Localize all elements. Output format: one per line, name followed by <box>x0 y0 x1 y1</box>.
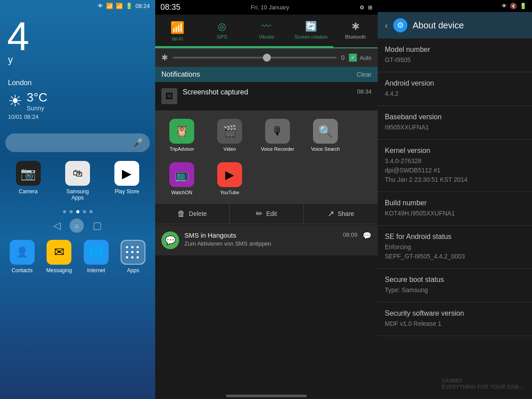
security-software-value: MDF v1.0 Release 1 <box>385 319 525 329</box>
back-nav-icon[interactable]: ◁ <box>53 220 61 231</box>
gps-toggle-icon: ◎ <box>218 21 226 32</box>
edit-button[interactable]: ✏ Edit <box>230 203 304 224</box>
battery-status-icon: 🔋 <box>520 3 527 9</box>
android-version-section: Android version 4.4.2 <box>378 72 532 106</box>
apps-icon <box>121 240 145 265</box>
apps-row-1: 📷 Camera 🛍 Samsung Apps ▶ Play Store <box>0 152 155 201</box>
share-button[interactable]: ↗ Share <box>304 203 378 224</box>
watchon-icon: 📺 <box>169 162 194 187</box>
condition-label: Sunny <box>27 105 47 112</box>
sms-content: SMS in Hangouts 08:09 Zum Aktivieren von… <box>184 231 357 247</box>
app-play-store[interactable]: ▶ Play Store <box>110 161 144 201</box>
messaging-icon: ✉ <box>47 240 71 265</box>
microphone-icon[interactable]: 🎤 <box>133 138 143 148</box>
se-android-label: SE for Android status <box>385 233 525 241</box>
recents-nav-icon[interactable]: ▢ <box>93 220 102 231</box>
scroll-indicator <box>226 395 307 397</box>
toggle-rotation[interactable]: 🔄 Screen rotation <box>289 15 333 47</box>
wifi-status-icon: 📶 <box>106 3 113 9</box>
info-list: Model number GT-I9505 Android version 4.… <box>378 39 532 336</box>
tripadvisor-label: TripAdvisor <box>169 146 194 152</box>
status-bar-1: 👁 📶 📶 🔋 08:24 <box>0 0 155 12</box>
grid-voice-search[interactable]: 🔍 Voice Search <box>303 115 348 155</box>
grid-video[interactable]: 🎬 Video <box>207 115 252 155</box>
eye-status-icon: 👁 <box>501 3 507 9</box>
model-number-section: Model number GT-I9505 <box>378 39 532 72</box>
toggle-gps[interactable]: ◎ GPS <box>200 15 244 47</box>
panel-homescreen: 👁 📶 📶 🔋 08:24 4 y London ☀ 3°C Sunny 10/… <box>0 0 155 399</box>
clear-button[interactable]: Clear <box>357 71 372 78</box>
panel-notifications: 08:35 Fri, 10 January ⚙ ⊞ 📶 Wi-Fi ◎ GPS … <box>155 0 378 399</box>
camera-app-label: Camera <box>19 188 38 195</box>
secure-boot-value: Type: Samsung <box>385 286 525 295</box>
play-store-label: Play Store <box>115 188 139 195</box>
video-label: Video <box>223 146 236 152</box>
brightness-thumb[interactable] <box>263 54 271 62</box>
weather-widget: London ☀ 3°C Sunny 10/01 08:24 <box>0 79 155 120</box>
delete-icon: 🗑 <box>177 209 185 219</box>
gps-toggle-label: GPS <box>217 34 227 39</box>
mute-status-icon: 🔇 <box>510 3 517 9</box>
model-number-value: GT-I9505 <box>385 55 525 65</box>
brightness-slider[interactable] <box>172 57 336 59</box>
settings-icon[interactable]: ⚙ <box>360 4 364 11</box>
sun-icon: ☀ <box>8 92 22 110</box>
status-bar-2: 08:35 Fri, 10 January ⚙ ⊞ <box>155 0 378 15</box>
sms-title: SMS in Hangouts <box>184 231 236 239</box>
vibrate-toggle-icon: 〰 <box>262 21 271 32</box>
status-bar-3: 👁 🔇 🔋 <box>378 0 532 12</box>
voice-search-icon: 🔍 <box>313 119 338 144</box>
dot-3-active <box>76 210 79 213</box>
contacts-icon: 👤 <box>10 240 35 265</box>
toggle-bluetooth[interactable]: ✱ Bluetooth <box>333 15 378 47</box>
grid-youtube[interactable]: ▶ YouTube <box>207 159 252 199</box>
dot-5 <box>90 210 93 213</box>
app-internet[interactable]: 🌐 Internet <box>82 240 110 274</box>
share-icon: ↗ <box>328 209 334 219</box>
temperature-label: 3°C <box>27 90 47 105</box>
about-device-title: About device <box>413 20 464 31</box>
app-messaging[interactable]: ✉ Messaging <box>45 240 74 274</box>
secure-boot-section: Secure boot status Type: Samsung <box>378 269 532 302</box>
kernel-version-label: Kernel version <box>385 147 525 155</box>
app-samsung-apps[interactable]: 🛍 Samsung Apps <box>61 161 94 201</box>
app-apps[interactable]: Apps <box>119 240 148 274</box>
auto-brightness[interactable]: ✓ Auto <box>349 54 372 62</box>
delete-label: Delete <box>189 210 207 217</box>
brightness-icon: ✱ <box>161 53 168 63</box>
app-contacts[interactable]: 👤 Contacts <box>8 240 36 274</box>
toggle-vibrate[interactable]: 〰 Vibrate <box>244 15 289 47</box>
vibrate-toggle-label: Vibrate <box>259 34 274 39</box>
kernel-version-section: Kernel version 3.4.0-276328 dpi@SWDB5112… <box>378 140 532 192</box>
grid-watchon[interactable]: 📺 WatchON <box>160 159 204 199</box>
app-camera[interactable]: 📷 Camera <box>12 161 45 201</box>
dot-2 <box>70 210 73 213</box>
grid-voice-recorder[interactable]: 🎙 Voice Recorder <box>255 115 300 155</box>
se-android-value: Enforcing SEPF_GT-I9505_4.4.2_0003 <box>385 243 525 261</box>
toggle-wifi[interactable]: 📶 Wi-Fi <box>155 15 200 47</box>
back-button[interactable]: ‹ <box>385 20 388 31</box>
auto-checkbox[interactable]: ✓ <box>349 54 357 62</box>
baseband-version-label: Baseband version <box>385 113 525 121</box>
baseband-version-value: I9505XXUFNA1 <box>385 123 525 132</box>
watchon-label: WatchON <box>171 190 192 195</box>
brightness-row: ✱ 0 ✓ Auto <box>155 48 378 67</box>
screenshot-notification[interactable]: 🖼 Screenshot captured 08:34 <box>155 82 378 111</box>
delete-button[interactable]: 🗑 Delete <box>155 203 230 224</box>
home-button[interactable]: ⌂ <box>70 219 84 233</box>
build-number-label: Build number <box>385 199 525 207</box>
sms-body: Zum Aktivieren von SMS antippen <box>184 240 357 247</box>
kernel-version-value: 3.4.0-276328 dpi@SWDB5112 #1 Thu Jan 2 2… <box>385 156 525 184</box>
grid-tripadvisor[interactable]: 🦉 TripAdvisor <box>160 115 204 155</box>
dot-1 <box>63 210 66 213</box>
search-bar[interactable]: 🎤 <box>5 133 150 152</box>
messaging-label: Messaging <box>46 267 72 274</box>
model-number-label: Model number <box>385 46 525 54</box>
secure-boot-label: Secure boot status <box>385 276 525 284</box>
about-device-content: Model number GT-I9505 Android version 4.… <box>378 39 532 399</box>
apps-row-2: 👤 Contacts ✉ Messaging 🌐 Internet App <box>0 233 155 274</box>
grid-icon[interactable]: ⊞ <box>368 4 372 11</box>
sms-tail-icon: 💬 <box>363 231 372 240</box>
sms-notification[interactable]: 💬 SMS in Hangouts 08:09 Zum Aktivieren v… <box>155 225 378 255</box>
about-device-header: ‹ ⚙ About device <box>378 12 532 39</box>
